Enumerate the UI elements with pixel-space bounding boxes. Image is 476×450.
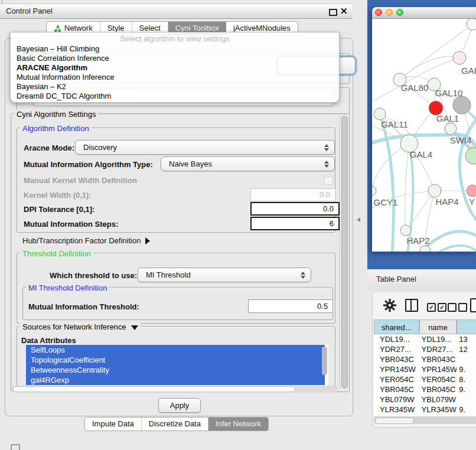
network-node[interactable] bbox=[453, 96, 471, 114]
aracne-mode-label: Aracne Mode: bbox=[24, 144, 74, 152]
network-node[interactable] bbox=[467, 19, 476, 30]
table-row[interactable]: YPR145WYPR145W9. bbox=[374, 364, 476, 374]
column-header-name[interactable]: name bbox=[419, 319, 457, 334]
table-row[interactable]: YBR043CYBR043C bbox=[374, 354, 476, 364]
list-item[interactable]: SelfLoops bbox=[26, 345, 325, 355]
table-cell: YBR045C bbox=[374, 384, 419, 394]
new-table-icon[interactable] bbox=[470, 298, 476, 312]
tab-infer-network[interactable]: Infer Network bbox=[208, 418, 268, 431]
table-cell: YBR045C bbox=[419, 384, 457, 394]
dropdown-item[interactable]: Dream8 DC_TDC Algorithm bbox=[11, 92, 339, 101]
kernel-width-field[interactable]: 0.0 bbox=[250, 188, 335, 201]
network-node[interactable] bbox=[374, 108, 386, 120]
table-cell: YDR27... bbox=[419, 344, 457, 354]
dpi-tolerance-label: DPI Tolerance [0,1]: bbox=[24, 205, 94, 214]
network-node[interactable] bbox=[372, 186, 376, 195]
data-attributes-list: SelfLoops TopologicalCoefficient Between… bbox=[26, 345, 328, 385]
dpi-tolerance-field[interactable]: 0.0 bbox=[250, 202, 340, 216]
network-node-label: HAP4 bbox=[435, 197, 458, 207]
table-hscrollbar-thumb[interactable] bbox=[375, 418, 414, 424]
table-cell: YPR145W bbox=[419, 364, 457, 374]
minimized-panel-icon[interactable] bbox=[11, 444, 20, 450]
network-window-titlebar[interactable] bbox=[372, 7, 476, 19]
table-cell bbox=[457, 394, 476, 405]
which-threshold-combobox[interactable]: MI Threshold bbox=[138, 268, 311, 282]
network-node[interactable] bbox=[453, 51, 466, 64]
table-cell: YLR345W bbox=[374, 405, 419, 415]
zoom-window-icon[interactable] bbox=[396, 9, 403, 16]
aracne-mode-combobox[interactable]: Discovery bbox=[75, 140, 335, 155]
network-node[interactable] bbox=[400, 225, 411, 236]
mi-steps-field[interactable]: 6 bbox=[250, 217, 340, 230]
network-node-label: GAL1 bbox=[436, 113, 459, 123]
dropdown-item[interactable]: Bayesian – Hill Climbing bbox=[11, 44, 339, 54]
list-scrollbar-thumb[interactable] bbox=[322, 347, 327, 375]
combo-spinner-icon bbox=[324, 144, 329, 151]
list-item[interactable]: BetweennessCentrality bbox=[26, 365, 325, 375]
table-cell: YBR043C bbox=[419, 354, 457, 364]
table-row[interactable]: YBR045CYBR045C9. bbox=[374, 384, 476, 394]
mi-threshold-label: Mutual Information Threshold: bbox=[28, 302, 139, 311]
tab-impute-data[interactable]: Impute Data bbox=[85, 418, 142, 431]
settings-group-title: Cyni Algorithm Settings bbox=[14, 110, 98, 119]
table-row[interactable]: YDL19...YDL19...13 bbox=[374, 334, 476, 344]
table-cell: YLR345W bbox=[419, 405, 457, 415]
apply-button[interactable]: Apply bbox=[158, 398, 201, 413]
column-header-shared-name[interactable]: shared... bbox=[374, 319, 419, 334]
network-node[interactable] bbox=[467, 185, 476, 197]
table-cell: 13 bbox=[457, 334, 476, 344]
hide-columns-icon[interactable] bbox=[448, 302, 467, 312]
dropdown-item[interactable]: Bayesian – K2 bbox=[11, 82, 339, 92]
table-row[interactable]: YBL079WYBL079W bbox=[374, 394, 476, 405]
settings-hscrollbar[interactable] bbox=[12, 386, 337, 393]
show-columns-icon[interactable]: ✓✓ bbox=[427, 302, 446, 312]
tab-discretize-data[interactable]: Discretize Data bbox=[142, 418, 208, 431]
algorithm-dropdown-popup: Select algorithm to view settings Bayesi… bbox=[10, 32, 340, 103]
dropdown-item[interactable]: Basic Correlation Inference bbox=[11, 54, 339, 63]
network-icon bbox=[54, 25, 61, 32]
mi-threshold-group-title: MI Threshold Definition bbox=[26, 283, 109, 292]
sources-group-title[interactable]: Sources for Network Inference bbox=[20, 322, 141, 331]
dropdown-item-selected[interactable]: ARACNE Algorithm bbox=[11, 63, 339, 73]
settings-scrollbar-thumb[interactable] bbox=[341, 116, 348, 389]
table-cell: YDL19... bbox=[419, 334, 457, 344]
table-row[interactable]: YDR27...YDR27...12 bbox=[374, 344, 476, 354]
list-item[interactable]: TopologicalCoefficient bbox=[26, 355, 325, 365]
float-window-button[interactable] bbox=[329, 9, 337, 16]
network-canvas[interactable]: GALGAL80GAL10GAL1GAL11SWI4GAL4GCY1HAP4YH… bbox=[372, 19, 476, 252]
mi-threshold-field[interactable]: 0.5 bbox=[248, 299, 333, 313]
table-body: YDL19...YDL19...13YDR27...YDR27...12YBR0… bbox=[374, 334, 476, 416]
dropdown-item[interactable]: Mutual Information Inference bbox=[11, 73, 339, 82]
minimize-window-icon[interactable] bbox=[386, 9, 393, 16]
network-node[interactable] bbox=[428, 184, 441, 197]
settings-scrollbar[interactable] bbox=[340, 115, 348, 390]
manual-kernel-label: Manual Kernel Width Definition bbox=[24, 176, 137, 185]
data-attributes-label: Data Attributes bbox=[21, 336, 76, 345]
network-node[interactable] bbox=[465, 148, 476, 164]
network-node[interactable] bbox=[420, 246, 431, 252]
table-cell: YER054C bbox=[374, 374, 419, 384]
table-hscrollbar[interactable] bbox=[374, 416, 476, 424]
manual-kernel-checkbox[interactable] bbox=[324, 176, 333, 185]
split-view-icon[interactable] bbox=[405, 299, 418, 312]
split-divider-handle[interactable] bbox=[357, 217, 360, 222]
table-cell: 9. bbox=[457, 364, 476, 374]
table-row[interactable]: YLR345WYLR345W9. bbox=[374, 405, 476, 415]
table-cell: 8. bbox=[457, 374, 476, 384]
threshold-definition-title: Threshold Definition bbox=[20, 249, 93, 258]
mi-type-combobox[interactable]: Naive Bayes bbox=[161, 156, 335, 171]
close-panel-button[interactable]: ✕ bbox=[340, 4, 348, 18]
table-cell: YBL079W bbox=[419, 394, 457, 405]
algorithm-definition-title: Algorithm Definition bbox=[20, 124, 92, 133]
settings-hscrollbar-thumb[interactable] bbox=[13, 386, 295, 392]
network-window[interactable]: GALGAL80GAL10GAL1GAL11SWI4GAL4GCY1HAP4YH… bbox=[372, 7, 476, 252]
network-node-label: GAL80 bbox=[401, 83, 429, 93]
table-panel-title: Table Panel bbox=[376, 275, 416, 283]
close-window-icon[interactable] bbox=[375, 9, 382, 16]
network-node[interactable] bbox=[445, 123, 457, 135]
column-header-cut[interactable] bbox=[457, 319, 476, 334]
gear-icon[interactable] bbox=[383, 299, 396, 312]
hub-definition-expander[interactable]: Hub/Transcription Factor Definition bbox=[22, 236, 150, 245]
list-item[interactable]: gal4RGexp bbox=[26, 375, 325, 385]
table-row[interactable]: YER054CYER054C8. bbox=[374, 374, 476, 384]
